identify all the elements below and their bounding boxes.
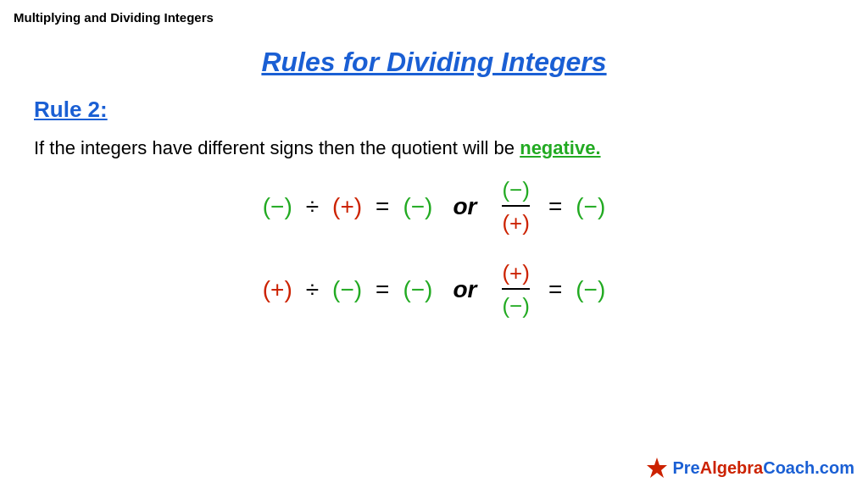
eq2-result: (−) [403, 276, 432, 303]
eq2-fraction: (+) (−) [502, 260, 530, 319]
watermark: PreAlgebraCoach.com [645, 456, 854, 480]
eq2-frac-result: (−) [576, 276, 605, 303]
top-label: Multiplying and Dividing Integers [14, 10, 214, 25]
watermark-text: PreAlgebraCoach.com [672, 458, 854, 478]
watermark-algebra: Algebra [700, 458, 763, 477]
description-text-before: If the integers have different signs the… [34, 137, 520, 158]
eq1-or: or [453, 193, 476, 220]
watermark-icon [645, 456, 669, 480]
eq2-equals: = [376, 276, 389, 303]
eq1-div: ÷ [306, 193, 319, 220]
eq2-div: ÷ [306, 276, 319, 303]
eq2-or: or [453, 276, 476, 303]
eq1-frac-num: (−) [502, 177, 530, 207]
rule-label: Rule 2: [34, 97, 868, 123]
watermark-pre: Pre [672, 458, 699, 477]
eq2-part1: (+) [263, 276, 292, 303]
main-title: Rules for Dividing Integers [0, 47, 868, 78]
eq2-frac-den: (−) [502, 291, 530, 319]
eq1-frac-eq: = [548, 193, 562, 220]
eq1-frac-result: (−) [576, 193, 605, 220]
equation-2: (+) ÷ (−) = (−) or (+) (−) = (−) [0, 260, 868, 319]
eq1-frac-den: (+) [502, 208, 530, 236]
eq1-result: (−) [403, 193, 432, 220]
eq1-equals: = [376, 193, 389, 220]
rule-description: If the integers have different signs the… [34, 135, 868, 162]
equation-1: (−) ÷ (+) = (−) or (−) (+) = (−) [0, 177, 868, 236]
eq1-part1: (−) [263, 193, 292, 220]
negative-word: negative. [520, 137, 600, 158]
watermark-coach: Coach.com [763, 458, 854, 477]
eq1-part2: (+) [332, 193, 362, 220]
eq2-frac-num: (+) [502, 260, 530, 290]
eq2-part2: (−) [332, 276, 362, 303]
eq2-frac-eq: = [548, 276, 562, 303]
eq1-fraction: (−) (+) [502, 177, 530, 236]
svg-marker-0 [647, 458, 667, 478]
